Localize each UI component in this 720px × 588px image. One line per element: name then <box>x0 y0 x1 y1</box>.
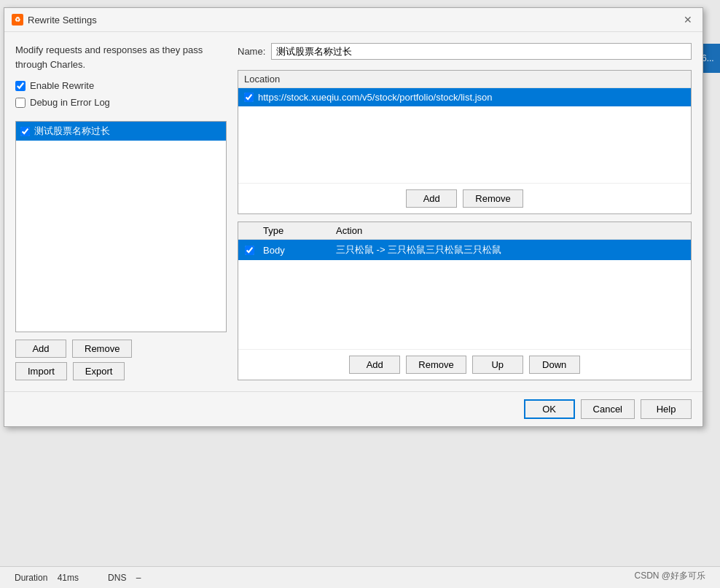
left-buttons-area: Add Remove Import Export <box>15 340 227 380</box>
description-text: Modify requests and responses as they pa… <box>15 43 227 71</box>
enable-rewrite-checkbox[interactable] <box>15 81 26 91</box>
name-input[interactable] <box>271 43 692 60</box>
rules-up-button[interactable]: Up <box>472 356 523 374</box>
dialog-title: Rewrite Settings <box>28 15 97 26</box>
list-item[interactable]: 测试股票名称过长 <box>16 122 226 141</box>
rules-section: Type Action Body 三只松鼠 -> 三只松鼠三只松鼠三只松鼠 Ad… <box>238 222 692 380</box>
left-export-button[interactable]: Export <box>73 362 125 380</box>
dialog-footer: OK Cancel Help <box>4 391 703 426</box>
left-import-button[interactable]: Import <box>15 362 67 380</box>
left-panel: Modify requests and responses as they pa… <box>15 43 227 380</box>
location-header: Location <box>238 71 691 88</box>
rules-add-button[interactable]: Add <box>349 356 400 374</box>
left-remove-button[interactable]: Remove <box>72 340 132 358</box>
row-action-cell: 三只松鼠 -> 三只松鼠三只松鼠三只松鼠 <box>333 243 691 256</box>
left-rules-list[interactable]: 测试股票名称过长 <box>15 121 227 332</box>
title-bar: ♻ Rewrite Settings ✕ <box>4 8 703 32</box>
row-type-cell: Body <box>260 245 333 256</box>
location-add-button[interactable]: Add <box>406 189 457 208</box>
location-item-checkbox[interactable] <box>244 93 254 102</box>
debug-error-log-row: Debug in Error Log <box>15 97 227 108</box>
csdn-label: CSDN @好多可乐 <box>634 570 705 582</box>
rules-row-checkbox[interactable] <box>245 246 254 255</box>
location-buttons: Add Remove <box>238 183 691 213</box>
row-check-cell <box>238 246 260 255</box>
list-item-checkbox[interactable] <box>20 127 30 136</box>
list-item[interactable]: https://stock.xueqiu.com/v5/stock/portfo… <box>238 88 691 106</box>
rewrite-settings-dialog: ♻ Rewrite Settings ✕ Modify requests and… <box>4 7 703 427</box>
action-column-header: Action <box>333 225 691 236</box>
location-remove-button[interactable]: Remove <box>463 189 523 208</box>
dialog-body: Modify requests and responses as they pa… <box>4 32 703 391</box>
enable-rewrite-label: Enable Rewrite <box>30 80 94 91</box>
name-label: Name: <box>238 46 265 57</box>
duration-label: Duration 41ms <box>15 573 79 583</box>
ok-button[interactable]: OK <box>524 399 575 419</box>
debug-error-log-label: Debug in Error Log <box>30 97 110 108</box>
dns-label: DNS – <box>108 573 141 583</box>
location-url: https://stock.xueqiu.com/v5/stock/portfo… <box>258 92 493 103</box>
cancel-button[interactable]: Cancel <box>581 399 635 419</box>
help-button[interactable]: Help <box>641 399 692 419</box>
rules-buttons: Add Remove Up Down <box>238 349 691 380</box>
rules-down-button[interactable]: Down <box>529 356 580 374</box>
bottom-bar: Duration 41ms DNS – <box>0 566 720 588</box>
debug-error-log-checkbox[interactable] <box>15 98 26 108</box>
list-item-label: 测试股票名称过长 <box>34 125 110 138</box>
name-row: Name: <box>238 43 692 60</box>
close-button[interactable]: ✕ <box>681 12 695 27</box>
rules-table-body: Body 三只松鼠 -> 三只松鼠三只松鼠三只松鼠 <box>238 240 691 349</box>
dialog-icon: ♻ <box>12 14 23 26</box>
rules-table-header: Type Action <box>238 222 691 240</box>
left-add-button[interactable]: Add <box>15 340 66 358</box>
table-row[interactable]: Body 三只松鼠 -> 三只松鼠三只松鼠三只松鼠 <box>238 240 691 260</box>
right-panel: Name: Location https://stock.xueqiu.com/… <box>238 43 692 380</box>
enable-rewrite-row: Enable Rewrite <box>15 80 227 91</box>
location-section: Location https://stock.xueqiu.com/v5/sto… <box>238 70 692 214</box>
type-column-header: Type <box>260 225 333 236</box>
rules-remove-button[interactable]: Remove <box>406 356 466 374</box>
location-list[interactable]: https://stock.xueqiu.com/v5/stock/portfo… <box>238 88 691 183</box>
